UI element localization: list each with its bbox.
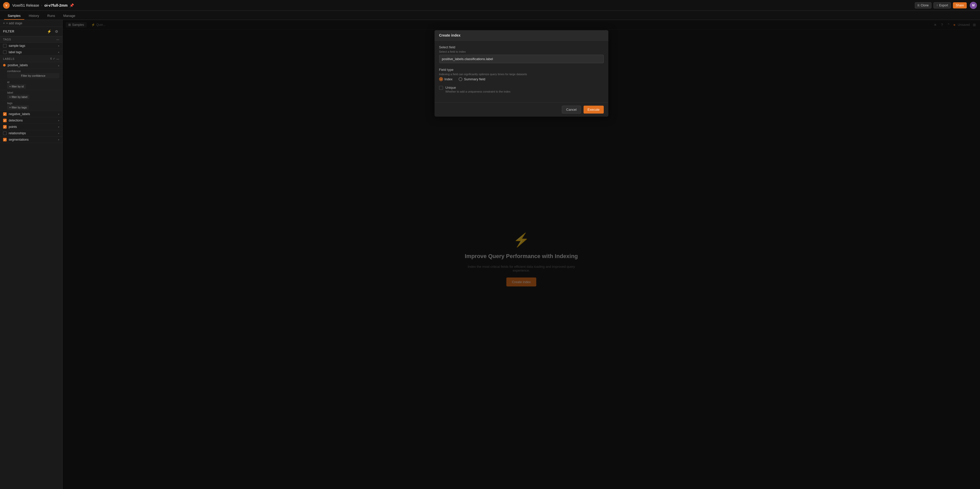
points-chevron: ▾ — [58, 126, 59, 128]
tab-samples[interactable]: Samples — [4, 12, 24, 20]
negative-labels-chevron: ▾ — [58, 113, 59, 116]
field-input[interactable] — [439, 55, 604, 63]
relationships-chevron: ▾ — [58, 132, 59, 135]
sample-tags-chevron: ▾ — [58, 45, 59, 47]
unique-text-group: Unique Whether to add a uniqueness const… — [445, 86, 511, 93]
clone-icon: ⎘ — [918, 3, 920, 7]
add-id-filter[interactable]: + filter by id — [7, 84, 26, 89]
modal-footer: Cancel Execute — [434, 102, 608, 116]
field-type-sublabel: Indexing a field can signficantly optimi… — [439, 73, 604, 76]
label-tags-chevron: ▾ — [58, 51, 59, 54]
modal-body: Select field Select a field to index Fie… — [434, 41, 608, 102]
filter-toolbar: FILTER ⚡ ⚙ — [0, 27, 62, 36]
label-tags-checkbox[interactable] — [3, 50, 6, 54]
detections-checkbox[interactable] — [3, 119, 6, 122]
radio-summary-circle — [458, 77, 462, 81]
select-field-sublabel: Select a field to index — [439, 50, 604, 53]
tags-filter-group: tags + filter by tags — [0, 100, 62, 111]
sample-tags-checkbox[interactable] — [3, 44, 6, 48]
labels-collapse-icon: — — [56, 57, 60, 61]
org-name: Voxel51 Release — [12, 3, 39, 7]
topbar: V Voxel51 Release › oi-v7full-2mm 📌 ⎘ Cl… — [0, 0, 980, 11]
radio-summary-label: Summary field — [464, 77, 485, 81]
positive-labels-chevron: ▴ — [58, 64, 59, 67]
filter-label: FILTER — [3, 30, 45, 33]
cancel-button[interactable]: Cancel — [562, 106, 581, 113]
sidebar-item-label-tags[interactable]: label tags ▾ — [0, 49, 62, 56]
id-label: id — [7, 81, 59, 84]
main-layout: + + add stage FILTER ⚡ ⚙ TAGS — sample t… — [0, 20, 980, 489]
modal-title: Create index — [434, 30, 608, 41]
unique-checkbox-row: Unique Whether to add a uniqueness const… — [439, 86, 604, 93]
modal-overlay: Create index Select field Select a field… — [63, 20, 980, 489]
unique-sublabel: Whether to add a uniqueness constraint t… — [445, 90, 511, 93]
settings-icon[interactable]: ⚙ — [54, 29, 59, 34]
unique-group: Unique Whether to add a uniqueness const… — [439, 86, 604, 93]
tab-runs[interactable]: Runs — [44, 12, 59, 20]
share-button[interactable]: Share — [953, 2, 967, 8]
avatar: M — [970, 2, 977, 9]
confidence-filter-group: confidence Filter by confidence — [0, 68, 62, 80]
radio-index-circle — [439, 77, 443, 81]
unique-label: Unique — [445, 86, 511, 89]
execute-button[interactable]: Execute — [584, 106, 604, 113]
positive-labels-group: positive_labels ▴ confidence Filter by c… — [0, 62, 62, 111]
negative-labels-checkbox[interactable] — [3, 112, 6, 116]
select-field-label: Select field — [439, 45, 604, 49]
add-stage-bar: + + add stage — [0, 20, 62, 27]
detections-chevron: ▾ — [58, 119, 59, 122]
sidebar-item-relationships[interactable]: relationships ▾ — [0, 130, 62, 137]
create-index-modal: Create index Select field Select a field… — [434, 30, 608, 116]
sidebar-item-detections[interactable]: detections ▾ — [0, 117, 62, 124]
unique-checkbox[interactable] — [439, 86, 443, 90]
select-field-group: Select field Select a field to index — [439, 45, 604, 63]
lightning-filter-icon[interactable]: ⚡ — [46, 29, 52, 34]
label-filter-group: label + filter by label — [0, 90, 62, 100]
radio-index-label: Index — [444, 77, 453, 81]
field-type-label: Field type — [439, 68, 604, 72]
tab-history[interactable]: History — [25, 12, 43, 20]
tab-manage[interactable]: Manage — [60, 12, 79, 20]
radio-index[interactable]: Index — [439, 77, 453, 81]
export-icon: ↑ — [936, 3, 938, 7]
add-label-filter[interactable]: + filter by label — [7, 95, 29, 99]
label-sublabel: label — [7, 91, 59, 94]
add-stage-button[interactable]: + + add stage — [3, 21, 22, 25]
sidebar-item-sample-tags[interactable]: sample tags ▾ — [0, 43, 62, 49]
nav-separator: › — [41, 3, 42, 7]
pin-icon: 📌 — [70, 3, 74, 7]
content-area: ⊞ Samples ⚡ Quer... ✕ ? ⌃ ● Unsaved ⊞ ⚡ … — [63, 20, 980, 489]
sidebar-item-segmentations[interactable]: segmentations ▾ — [0, 137, 62, 143]
tags-sublabel: tags — [7, 102, 59, 105]
tags-section-header: TAGS — — [0, 36, 62, 43]
labels-check-icon: ✓ — [53, 57, 56, 61]
nav-tabs: Samples History Runs Manage — [0, 11, 980, 20]
export-button[interactable]: ↑ Export — [934, 2, 951, 8]
confidence-filter-bar[interactable]: Filter by confidence — [7, 73, 59, 78]
radio-group: Index Summary field — [439, 77, 604, 81]
confidence-label: confidence — [7, 70, 59, 73]
segmentations-chevron: ▾ — [58, 139, 59, 141]
sidebar-item-points[interactable]: points ▾ — [0, 124, 62, 130]
tags-collapse-icon: — — [56, 38, 60, 41]
field-type-group: Field type Indexing a field can signfica… — [439, 68, 604, 81]
dataset-name: oi-v7full-2mm — [44, 3, 67, 7]
app-logo: V — [3, 2, 10, 9]
add-tags-filter[interactable]: + filter by tags — [7, 105, 29, 110]
sidebar-item-negative-labels[interactable]: negative_labels ▾ — [0, 111, 62, 117]
clone-button[interactable]: ⎘ Clone — [915, 2, 931, 8]
radio-summary-field[interactable]: Summary field — [458, 77, 485, 81]
relationships-checkbox[interactable] — [3, 131, 6, 135]
labels-section-header: LABELS 6 ✓ — — [0, 56, 62, 62]
id-filter-group: id + filter by id — [0, 80, 62, 90]
points-checkbox[interactable] — [3, 125, 6, 129]
segmentations-checkbox[interactable] — [3, 138, 6, 142]
sidebar: + + add stage FILTER ⚡ ⚙ TAGS — sample t… — [0, 20, 63, 489]
plus-icon: + — [3, 21, 5, 25]
positive-labels-dot — [3, 64, 6, 67]
positive-labels-header[interactable]: positive_labels ▴ — [0, 62, 62, 68]
